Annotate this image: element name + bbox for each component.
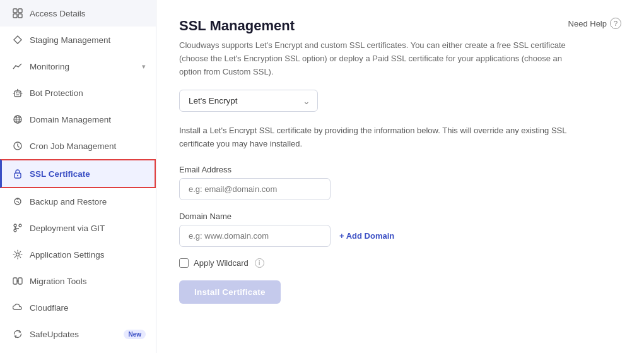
email-input[interactable]: [179, 178, 331, 200]
svg-point-5: [17, 89, 18, 90]
sidebar-item-label: SSL Certificate: [30, 169, 90, 179]
sidebar-item-safeupdates[interactable]: SafeUpdates New: [0, 321, 156, 347]
svg-point-12: [14, 229, 16, 232]
svg-rect-4: [15, 91, 21, 97]
sidebar-item-ssl-certificate[interactable]: SSL Certificate: [0, 159, 156, 188]
apply-wildcard-row: Apply Wildcard i: [179, 258, 621, 268]
cloud-icon: [12, 302, 23, 313]
svg-point-14: [16, 253, 20, 256]
sidebar-item-label: Cron Job Management: [30, 141, 116, 151]
add-domain-label: + Add Domain: [339, 231, 394, 241]
need-help-label: Need Help: [568, 19, 607, 28]
sidebar-item-access-details[interactable]: Access Details: [0, 0, 156, 27]
ssl-type-dropdown[interactable]: Let's Encrypt Custom SSL: [179, 90, 318, 112]
chevron-down-icon: ▾: [142, 63, 146, 71]
new-badge: New: [124, 330, 146, 339]
svg-rect-2: [13, 14, 17, 18]
svg-rect-1: [18, 9, 22, 13]
sidebar-item-migration-tools[interactable]: Migration Tools: [0, 268, 156, 294]
sidebar-item-label: Application Settings: [30, 250, 105, 260]
domain-input[interactable]: [179, 225, 331, 247]
sidebar-item-deployment-via-git[interactable]: Deployment via GIT: [0, 215, 156, 241]
svg-rect-16: [18, 278, 22, 284]
svg-rect-3: [18, 14, 22, 18]
sidebar-item-cloudflare[interactable]: Cloudflare: [0, 294, 156, 321]
domain-row: + Add Domain: [179, 225, 621, 247]
email-form-group: Email Address: [179, 165, 621, 200]
sidebar-item-application-settings[interactable]: Application Settings: [0, 241, 156, 268]
email-label: Email Address: [179, 165, 621, 174]
main-content: Need Help ? SSL Management Cloudways sup…: [156, 0, 644, 353]
diamond-icon: [12, 34, 23, 45]
install-info-text: Install a Let's Encrypt SSL certificate …: [179, 124, 583, 151]
svg-rect-0: [13, 9, 17, 13]
sidebar-item-bot-protection[interactable]: Bot Protection: [0, 80, 156, 106]
sidebar-item-label: Cloudflare: [30, 303, 69, 313]
sidebar-item-backup-and-restore[interactable]: Backup and Restore: [0, 188, 156, 215]
sidebar: Access Details Staging Management Monito…: [0, 0, 156, 353]
migration-icon: [12, 275, 23, 287]
install-certificate-button[interactable]: Install Certificate: [179, 280, 281, 304]
sidebar-item-label: Monitoring: [30, 62, 69, 71]
page-title: SSL Management: [179, 18, 621, 34]
sidebar-item-label: Bot Protection: [30, 88, 83, 98]
sidebar-item-label: Access Details: [30, 9, 86, 18]
sidebar-item-label: Staging Management: [30, 35, 110, 45]
backup-icon: [12, 196, 23, 207]
sidebar-item-staging-management[interactable]: Staging Management: [0, 27, 156, 53]
svg-point-13: [19, 224, 21, 227]
sidebar-item-domain-management[interactable]: Domain Management: [0, 106, 156, 133]
ssl-type-select-wrapper: Let's Encrypt Custom SSL: [179, 90, 318, 112]
grid-icon: [12, 8, 23, 19]
domain-label: Domain Name: [179, 212, 621, 221]
apply-wildcard-label[interactable]: Apply Wildcard: [194, 258, 249, 268]
install-btn-label: Install Certificate: [194, 287, 266, 297]
sidebar-item-label: Deployment via GIT: [30, 224, 105, 233]
wildcard-info-icon[interactable]: i: [255, 258, 264, 268]
help-circle-icon: ?: [610, 18, 621, 29]
svg-rect-15: [13, 278, 17, 284]
sidebar-item-monitoring[interactable]: Monitoring ▾: [0, 53, 156, 80]
apply-wildcard-checkbox[interactable]: [179, 258, 189, 268]
globe-icon: [12, 114, 23, 125]
clock-icon: [12, 140, 23, 152]
sidebar-item-label: SafeUpdates: [30, 330, 79, 339]
refresh-icon: [12, 328, 23, 340]
sidebar-item-label: Migration Tools: [30, 277, 87, 286]
chart-icon: [12, 61, 23, 72]
sidebar-item-label: Domain Management: [30, 115, 111, 124]
sidebar-item-label: Backup and Restore: [30, 197, 107, 206]
settings-icon: [12, 249, 23, 260]
add-domain-button[interactable]: + Add Domain: [339, 231, 394, 241]
domain-form-group: Domain Name + Add Domain: [179, 212, 621, 247]
lock-icon: [12, 168, 23, 179]
robot-icon: [12, 87, 23, 99]
git-icon: [12, 222, 23, 234]
svg-point-10: [17, 175, 18, 176]
svg-point-11: [14, 224, 16, 227]
page-description: Cloudways supports Let's Encrypt and cus…: [179, 39, 583, 78]
sidebar-item-cron-job-management[interactable]: Cron Job Management: [0, 133, 156, 159]
need-help-button[interactable]: Need Help ?: [568, 18, 621, 29]
